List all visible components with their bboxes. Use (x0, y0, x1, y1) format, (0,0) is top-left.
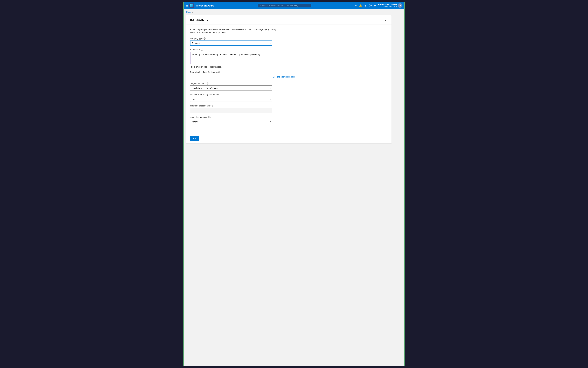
matching-precedence-group: Matching precedence i (190, 105, 388, 113)
panel-footer: Ok (186, 130, 392, 143)
panel-title-row: Edit Attribute ... (190, 19, 212, 22)
mapping-type-select-wrapper: Direct Expression Constant ∨ (190, 40, 272, 46)
search-input[interactable] (262, 4, 310, 7)
description-text: A mapping lets you define how the attrib… (190, 28, 279, 34)
help-icon[interactable]: ? (369, 4, 372, 7)
expression-textarea[interactable]: IIF(Left([userPrincipalName],4)="sadm", … (190, 52, 272, 64)
topbar-left: ☰ Microsoft Azure (186, 3, 214, 8)
panel-title: Edit Attribute (190, 19, 208, 22)
apply-mapping-group: Apply this mapping i Always Only during … (190, 116, 388, 124)
azure-square-icon (190, 4, 193, 7)
ok-button[interactable]: Ok (190, 136, 199, 141)
brand-name: Microsoft Azure (196, 4, 214, 7)
apply-mapping-label: Apply this mapping i (190, 116, 388, 118)
target-attribute-select-wrapper: emails[type eq "work"].value ∨ (190, 85, 272, 91)
feedback-icon[interactable]: ⚑ (374, 4, 376, 7)
default-value-label: Default value if null (optional) i (190, 71, 388, 73)
mapping-type-group: Mapping type i Direct Expression Constan… (190, 37, 388, 46)
target-attribute-select[interactable]: emails[type eq "work"].value (190, 85, 272, 91)
user-info[interactable]: fzieger@meshcloud.io MESHCLOUD-DEV F (378, 3, 402, 8)
target-attribute-label: Target attribute * i (190, 82, 388, 84)
breadcrumb: Home › (186, 11, 402, 13)
apply-mapping-info-icon[interactable]: i (208, 116, 211, 118)
topbar: ☰ Microsoft Azure ⌕ ✉ 🔔 ⚙ ? ⚑ fzieger@me… (184, 2, 404, 9)
user-text: fzieger@meshcloud.io MESHCLOUD-DEV (378, 3, 397, 8)
search-icon: ⌕ (259, 4, 261, 7)
target-attribute-group: Target attribute * i emails[type eq "wor… (190, 82, 388, 91)
search-box[interactable]: ⌕ (258, 4, 311, 8)
avatar: F (398, 3, 402, 8)
expression-info-icon[interactable]: i (201, 49, 203, 51)
panel-menu-dots[interactable]: ... (209, 19, 211, 22)
breadcrumb-home[interactable]: Home (186, 11, 191, 13)
apply-mapping-select-wrapper: Always Only during object creation ∨ (190, 119, 272, 124)
user-email: fzieger@meshcloud.io (378, 3, 397, 6)
match-objects-group: Match objects using this attribute No Ye… (190, 93, 388, 102)
app-frame: ☰ Microsoft Azure ⌕ ✉ 🔔 ⚙ ? ⚑ fzieger@me… (183, 2, 405, 366)
breadcrumb-separator: › (192, 11, 193, 13)
bell-icon[interactable]: 🔔 (359, 4, 362, 7)
mapping-type-label: Mapping type i (190, 37, 388, 40)
hamburger-icon[interactable]: ☰ (186, 4, 188, 7)
user-tenant: MESHCLOUD-DEV (378, 6, 397, 8)
expression-label: Expression i (190, 48, 388, 51)
gear-icon[interactable]: ⚙ (364, 4, 366, 7)
mail-icon[interactable]: ✉ (355, 4, 357, 7)
default-value-info-icon[interactable]: i (217, 71, 220, 73)
expression-group: Expression i IIF(Left([userPrincipalName… (190, 48, 388, 68)
required-star: * (205, 82, 206, 84)
matching-precedence-label: Matching precedence i (190, 105, 388, 107)
main-content: Home › Edit Attribute ... ✕ A mapping le… (184, 9, 404, 366)
panel-header: Edit Attribute ... ✕ (186, 15, 392, 25)
default-value-group: Default value if null (optional) i Use t… (190, 71, 388, 79)
matching-precedence-input (190, 108, 272, 113)
topbar-icons: ✉ 🔔 ⚙ ? ⚑ fzieger@meshcloud.io MESHCLOUD… (355, 3, 402, 8)
expression-builder-link[interactable]: Use the expression builder (273, 76, 297, 78)
mapping-type-select[interactable]: Direct Expression Constant (190, 40, 272, 46)
match-objects-select[interactable]: No Yes (190, 97, 272, 102)
match-objects-label: Match objects using this attribute (190, 93, 388, 96)
apply-mapping-select[interactable]: Always Only during object creation (190, 119, 272, 124)
mapping-type-info-icon[interactable]: i (203, 37, 205, 40)
edit-attribute-panel: Edit Attribute ... ✕ A mapping lets you … (186, 15, 392, 144)
target-attribute-info-icon[interactable]: i (207, 82, 209, 84)
matching-precedence-info-icon[interactable]: i (211, 105, 213, 107)
panel-body: A mapping lets you define how the attrib… (186, 25, 392, 130)
default-value-input[interactable] (190, 74, 272, 79)
search-area: ⌕ (216, 4, 353, 8)
close-button[interactable]: ✕ (383, 18, 388, 23)
azure-logo (189, 3, 194, 8)
parsed-message: The expression was correctly parsed. (190, 66, 388, 68)
match-objects-select-wrapper: No Yes ∨ (190, 97, 272, 102)
